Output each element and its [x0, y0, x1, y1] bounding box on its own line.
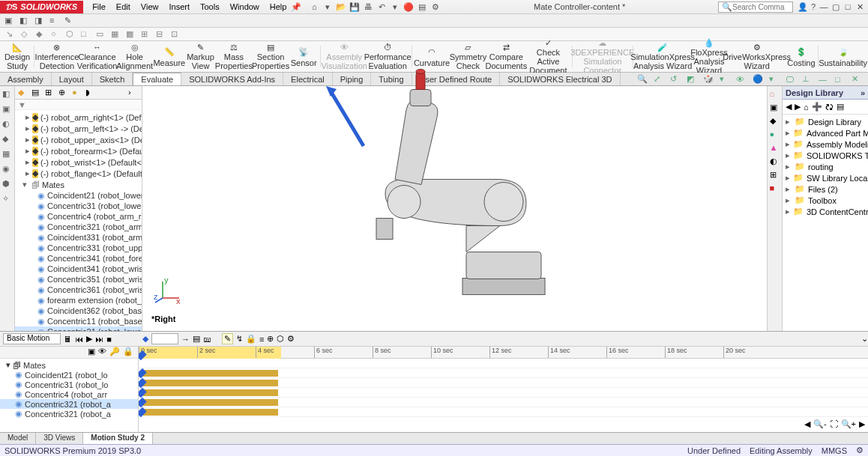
menu-window[interactable]: Window: [226, 1, 264, 13]
tl-zoom-in-icon[interactable]: 🔍+: [841, 419, 856, 429]
timeline-row[interactable]: [139, 368, 868, 378]
display-style-icon[interactable]: ▾: [720, 74, 730, 84]
expand-icon[interactable]: ▸: [786, 207, 790, 216]
appearance-icon[interactable]: 🔵: [753, 74, 763, 84]
rs5-icon[interactable]: ◐: [770, 156, 780, 167]
t8-icon[interactable]: ▦: [111, 29, 121, 40]
restore-button[interactable]: ▢: [831, 2, 841, 12]
tree-item[interactable]: ▸◆(-) robot_forearm<1> (Default<<Defau: [15, 145, 142, 156]
rs-home-icon[interactable]: ⌂: [770, 89, 780, 100]
cmd1-icon[interactable]: ◧: [19, 16, 30, 26]
m9-icon[interactable]: ⬡: [277, 334, 284, 344]
ribbon-measure[interactable]: 📏Measure: [153, 43, 185, 70]
assembly-icon[interactable]: ▣: [4, 16, 15, 26]
tree-item[interactable]: ◉Concentric4 (robot_arm_right<1>,r: [15, 211, 142, 222]
dlib-item[interactable]: ▸📁3D ContentCentral: [784, 206, 867, 217]
ribbon-interf[interactable]: ⊗Interference Detection: [37, 43, 77, 70]
tree-tab3-icon[interactable]: ⊞: [45, 88, 55, 98]
tl-zoom-fit-icon[interactable]: ⛶: [830, 419, 838, 429]
cmd4-icon[interactable]: ✎: [64, 16, 75, 26]
dlib-item[interactable]: ▸📁SOLIDWORKS Training: [784, 150, 867, 161]
tree-tab1-icon[interactable]: ◆: [18, 88, 28, 98]
tab-assembly[interactable]: Assembly: [0, 73, 52, 85]
tree-item[interactable]: ◉Coincident341 (robot_wrist<1>,rob: [15, 264, 142, 274]
dlib-item[interactable]: ▸📁Files (2): [784, 183, 867, 195]
bottom-tab-motion-study-2[interactable]: Motion Study 2: [83, 433, 153, 444]
tree-item[interactable]: ◉Concentric351 (robot_wrist<1>,rob: [15, 274, 142, 285]
open-icon[interactable]: 📂: [336, 1, 346, 12]
ribbon-sensor[interactable]: 📡Sensor: [289, 43, 318, 70]
key-marker-icon[interactable]: ◆: [142, 334, 148, 344]
cmd3-icon[interactable]: ≡: [49, 16, 60, 26]
ls7-icon[interactable]: ⬢: [2, 179, 13, 189]
ribbon-cmp[interactable]: ⇄Compare Documents: [486, 43, 525, 70]
motion-type-select[interactable]: Basic Motion: [3, 333, 61, 344]
doc-min-icon[interactable]: —: [819, 75, 829, 84]
m3-icon[interactable]: 🖭: [203, 335, 211, 344]
feature-tree[interactable]: ▸◆(-) robot_arm_right<1> (Default<<Defa▸…: [15, 110, 142, 331]
expand-icon[interactable]: ▸: [786, 162, 792, 171]
timeline-bar[interactable]: [143, 380, 278, 386]
ls4-icon[interactable]: ◆: [2, 134, 13, 145]
tree-item[interactable]: ◉Concentric31 (robot_lower_axis<1>: [15, 201, 142, 211]
motion-tree-item[interactable]: ◉Concentric321 (robot_a: [0, 399, 138, 409]
tree-item[interactable]: ◉forearm extension (robot_upper_a: [15, 295, 142, 305]
bottom-tab-3d-views[interactable]: 3D Views: [36, 433, 83, 444]
view-orient-icon[interactable]: 🎲: [703, 74, 714, 84]
tree-tab2-icon[interactable]: ▤: [31, 88, 42, 98]
graphics-viewport[interactable]: y x z *Right: [142, 86, 767, 331]
tree-item[interactable]: ◉Concentric361 (robot_wrist<1>,rob: [15, 285, 142, 295]
dlib-item[interactable]: ▸📁SW Library Local: [784, 172, 867, 183]
ribbon-3dx[interactable]: ☁3DEXPERIENCE Simulation Connector: [575, 43, 630, 70]
zoom-fit-icon[interactable]: 🔍: [637, 74, 648, 84]
expand-icon[interactable]: ▸: [25, 112, 30, 122]
t1-icon[interactable]: ↘: [6, 29, 16, 40]
m7-icon[interactable]: ≡: [259, 335, 264, 344]
tab-electrical[interactable]: Electrical: [283, 73, 333, 85]
ls8-icon[interactable]: ✧: [2, 194, 13, 204]
tree-item[interactable]: ▾🗐Mates: [15, 179, 142, 190]
m8-icon[interactable]: ⊕: [267, 334, 274, 344]
expand-icon[interactable]: ▸: [786, 128, 790, 138]
dlib-item[interactable]: ▸📁Assembly Modeling: [784, 139, 867, 150]
search-commands[interactable]: 🔍: [718, 1, 793, 13]
menu-edit[interactable]: Edit: [112, 1, 135, 13]
motion-tree-item[interactable]: ◉Concentric321 (robot_a: [0, 409, 138, 419]
menu-help[interactable]: Help: [265, 1, 292, 13]
ribbon-study[interactable]: 📐Design Study: [3, 43, 31, 70]
tree-item[interactable]: ▸◆(-) robot_arm_left<1> -> (Default<<De: [15, 123, 142, 134]
rs6-icon[interactable]: ⊞: [770, 170, 780, 180]
rs1-icon[interactable]: ▣: [770, 103, 780, 113]
tree-tab4-icon[interactable]: ⊕: [58, 88, 69, 98]
mt-h3-icon[interactable]: 🔑: [109, 347, 120, 358]
hide-show-icon[interactable]: 👁: [736, 75, 747, 84]
expand-icon[interactable]: ▸: [786, 173, 790, 183]
tree-filter[interactable]: ▼: [15, 100, 142, 110]
tl-scroll-left-icon[interactable]: ◀: [804, 419, 810, 429]
motion-tree-item[interactable]: ◉Concentric4 (robot_arr: [0, 389, 138, 399]
t6-icon[interactable]: □: [81, 29, 91, 40]
collapse-icon[interactable]: ▾: [6, 360, 10, 370]
menu-file[interactable]: File: [88, 1, 110, 13]
save-icon[interactable]: 💾: [349, 1, 360, 12]
tree-item[interactable]: ◉Concentric11 (robot_base<1>,robo: [15, 316, 142, 326]
dlib-refresh-icon[interactable]: 🗘: [825, 103, 834, 112]
m10-icon[interactable]: ⚙: [287, 334, 295, 344]
ls5-icon[interactable]: ▦: [2, 149, 13, 159]
expand-icon[interactable]: ▸: [786, 151, 790, 160]
user-icon[interactable]: 👤: [798, 1, 808, 12]
rebuild-icon[interactable]: 🔴: [403, 1, 414, 12]
m5-icon[interactable]: ↯: [236, 334, 243, 344]
rs7-icon[interactable]: ■: [770, 183, 780, 194]
timeline[interactable]: 0 sec2 sec4 sec6 sec8 sec10 sec12 sec14 …: [139, 347, 868, 432]
tree-tab5-icon[interactable]: ●: [72, 88, 82, 98]
timeline-bar[interactable]: [143, 409, 278, 416]
t9-icon[interactable]: ▩: [126, 29, 136, 40]
ribbon-sust[interactable]: 🍃Sustainability: [821, 43, 865, 70]
t2-icon[interactable]: ◇: [21, 29, 31, 40]
timeline-bar[interactable]: [143, 399, 278, 406]
ls2-icon[interactable]: ▣: [2, 104, 13, 115]
select-icon[interactable]: ▾: [390, 1, 400, 12]
ribbon-chk[interactable]: ✓Check Active Document: [526, 43, 570, 70]
t7-icon[interactable]: ▭: [96, 29, 106, 40]
